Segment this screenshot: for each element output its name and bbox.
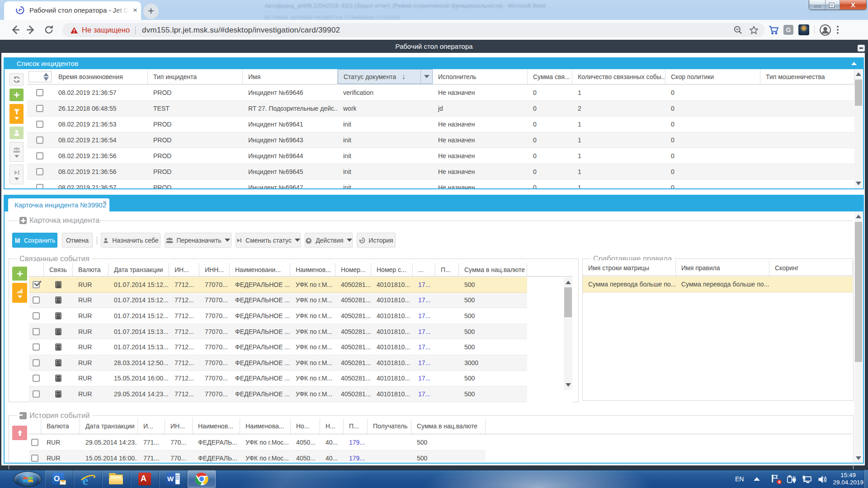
row-checkbox[interactable] <box>33 281 40 288</box>
column-header[interactable]: Связь <box>44 263 73 276</box>
column-header[interactable]: И... <box>138 418 165 434</box>
card-tab[interactable]: Карточка инцидента №39902 × <box>8 198 109 211</box>
grid-link-cell[interactable]: 17... <box>413 293 435 308</box>
grid-row[interactable]: RUR01.07.2014 15:12...7712...77070...ФЕД… <box>29 308 527 324</box>
row-checkbox[interactable] <box>36 121 43 128</box>
grid-link-cell[interactable]: 179... <box>344 435 368 450</box>
grid-row[interactable]: 08.02.2019 21:36:54PRODИнцидент №69643in… <box>27 132 854 148</box>
column-header[interactable]: Валюта <box>41 418 80 434</box>
scroll-thumb[interactable] <box>855 80 862 106</box>
column-header[interactable]: Сумма в нац.валюте <box>411 418 486 434</box>
incident-list-scrollbar[interactable] <box>854 70 863 188</box>
column-header[interactable]: Дата транзакции <box>108 263 169 276</box>
taskbar-outlook-button[interactable]: O <box>45 470 73 488</box>
move-up-button[interactable] <box>12 426 27 440</box>
row-checkbox[interactable] <box>33 390 40 398</box>
column-header-status-active[interactable]: Статус документа↓ <box>338 69 433 84</box>
column-header[interactable]: Н... <box>320 418 344 434</box>
column-header[interactable]: Сумма свя... <box>528 69 572 84</box>
column-header[interactable]: Имя правила <box>676 260 769 276</box>
select-all-header[interactable] <box>27 69 53 84</box>
cart-extension-icon[interactable] <box>769 25 778 34</box>
column-header[interactable]: Имя <box>243 69 338 84</box>
zoom-icon[interactable] <box>733 25 743 35</box>
card-scrollbar[interactable] <box>854 212 863 463</box>
grid-row[interactable]: RUR28.03.2014 12:50...7712...77070...ФЕД… <box>29 355 527 371</box>
scroll-up-icon[interactable] <box>856 215 861 218</box>
window-restore-button[interactable] <box>826 0 840 9</box>
new-tab-button[interactable]: + <box>143 4 159 19</box>
action-center-icon[interactable]: x <box>771 474 781 483</box>
cancel-button[interactable]: Отмена <box>62 233 93 248</box>
grid-row[interactable]: 08.02.2019 21:36:57PRODИнцидент №69647in… <box>27 180 854 188</box>
grid-link-cell[interactable]: 17... <box>413 339 435 355</box>
scroll-up-icon[interactable] <box>566 281 571 284</box>
show-desktop-button[interactable] <box>864 470 868 488</box>
grid-row[interactable]: RUR01.07.2014 15:12...7712...77070...ФЕД… <box>29 277 527 293</box>
start-button[interactable] <box>14 471 42 487</box>
column-header[interactable]: ИН... <box>165 418 193 434</box>
scroll-down-icon[interactable] <box>856 456 861 460</box>
grid-row[interactable]: 26.12.2018 06:48:55TESTRT 27. Подозрител… <box>27 101 854 117</box>
bookmark-star-icon[interactable] <box>749 25 759 35</box>
column-header[interactable]: ИНН... <box>199 263 230 276</box>
taskbar-acrobat-button[interactable]: A <box>131 470 159 488</box>
grid-row[interactable]: 08.02.2019 21:36:57PRODИнцидент №69646ve… <box>27 85 854 101</box>
forward-icon[interactable] <box>25 24 36 35</box>
grid-link-cell[interactable]: 17... <box>413 324 435 339</box>
tab-close-icon[interactable]: × <box>131 6 139 14</box>
address-bar[interactable]: Не защищено dvm155.lpr.jet.msk.su/#deskt… <box>62 23 765 37</box>
column-header[interactable]: ... <box>413 263 435 276</box>
language-indicator[interactable]: EN <box>735 475 744 483</box>
row-checkbox[interactable] <box>36 152 43 160</box>
menu-kebab-icon[interactable] <box>836 25 840 34</box>
grid-row[interactable]: RUR01.07.2014 15:13...7712...77070...ФЕД… <box>29 324 527 340</box>
column-header[interactable]: П... <box>435 263 459 276</box>
window-close-button[interactable]: X <box>840 0 866 9</box>
clock[interactable]: 15:49 29.04.2019 <box>833 472 863 486</box>
column-header[interactable]: Номер... <box>335 263 371 276</box>
chart-button[interactable] <box>12 283 27 303</box>
column-dropdown-button[interactable] <box>420 70 432 84</box>
back-icon[interactable] <box>10 24 21 35</box>
row-checkbox[interactable] <box>36 168 43 175</box>
grid-row[interactable]: 08.02.2019 21:36:53PRODИнцидент №69641in… <box>27 117 854 132</box>
column-header[interactable]: Наименов... <box>290 263 335 276</box>
skip-to-end-button[interactable] <box>9 164 24 184</box>
assign-self-button[interactable]: Назначить себе <box>101 233 160 248</box>
app-collapse-button[interactable] <box>858 45 865 52</box>
add-incident-button[interactable] <box>9 89 24 101</box>
grid-row[interactable]: RUR29.05.2014 14:23...7712...77070...ФЕД… <box>29 386 527 402</box>
grid-row[interactable]: Сумма перевода больше по...Сумма перевод… <box>583 277 853 292</box>
column-header[interactable]: Наименов... <box>193 418 240 434</box>
scroll-thumb[interactable] <box>564 287 572 317</box>
volume-icon[interactable] <box>818 475 826 483</box>
column-header[interactable]: Имя строки матрицы <box>583 260 676 276</box>
grid-row[interactable]: 08.02.2019 21:36:56PRODИнцидент №69644in… <box>27 148 854 164</box>
taskbar-chrome-button[interactable] <box>188 470 216 488</box>
row-checkbox[interactable] <box>33 296 40 304</box>
card-section-expand-icon[interactable] <box>19 217 27 224</box>
incident-list-header[interactable]: Список инцидентов <box>5 58 863 69</box>
column-header[interactable] <box>29 263 44 276</box>
related-events-scrollbar[interactable] <box>564 277 572 390</box>
taskbar-word-button[interactable]: W <box>159 470 187 488</box>
column-header[interactable]: Скоринг <box>769 260 853 276</box>
power-icon[interactable] <box>787 475 796 483</box>
row-checkbox[interactable] <box>33 359 40 366</box>
column-header[interactable] <box>29 418 41 434</box>
grid-row[interactable]: RUR01.07.2014 15:12...7712...77070...ФЕД… <box>29 293 527 309</box>
scroll-thumb[interactable] <box>855 222 862 362</box>
g-extension-icon[interactable]: G <box>783 25 793 35</box>
scroll-up-icon[interactable] <box>856 72 861 76</box>
column-header[interactable]: Время возникновения <box>53 69 148 84</box>
column-header[interactable]: П... <box>344 418 368 434</box>
column-header[interactable]: Валюта <box>73 263 108 276</box>
network-icon[interactable] <box>802 475 811 483</box>
grid-link-cell[interactable]: 17... <box>413 277 435 292</box>
row-checkbox[interactable] <box>33 312 40 319</box>
collapse-up-icon[interactable] <box>851 62 857 65</box>
row-checkbox[interactable] <box>33 328 40 335</box>
group-assign-button[interactable] <box>9 142 24 162</box>
taskbar-ie-button[interactable]: e <box>74 470 102 488</box>
